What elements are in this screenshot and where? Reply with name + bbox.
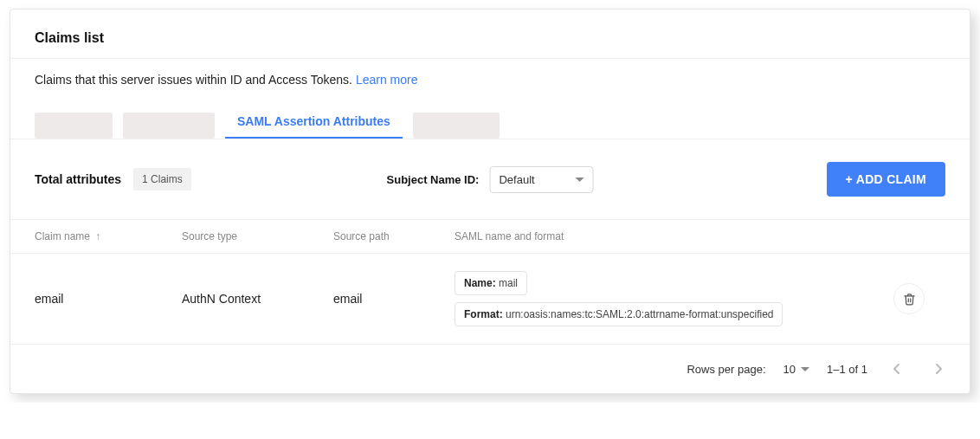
rows-per-page-value: 10 (783, 363, 796, 376)
tab-saml-attributes[interactable]: SAML Assertion Attributes (225, 107, 403, 139)
tabs: SAML Assertion Attributes (10, 107, 970, 139)
cell-actions (893, 283, 945, 314)
subject-name-group: Subject Name ID: Default (387, 166, 594, 193)
col-source-type[interactable]: Source type (182, 230, 333, 242)
saml-format-val: urn:oasis:names:tc:SAML:2.0:attrname-for… (503, 308, 774, 320)
learn-more-link[interactable]: Learn more (356, 73, 418, 87)
chevron-down-icon (801, 367, 809, 371)
attribute-bar: Total attributes 1 Claims Subject Name I… (10, 139, 970, 219)
tab-placeholder[interactable] (35, 113, 113, 139)
saml-name-val: mail (496, 277, 518, 289)
subject-name-label: Subject Name ID: (387, 173, 480, 186)
cell-source-path: email (333, 292, 455, 306)
count-badge: 1 Claims (133, 168, 191, 190)
rows-per-page-select[interactable]: 10 (783, 363, 809, 376)
col-claim-label: Claim name (35, 230, 90, 242)
saml-format-key: Format: (464, 308, 503, 320)
tab-placeholder[interactable] (413, 113, 500, 139)
delete-button[interactable] (893, 283, 925, 314)
col-actions (893, 230, 945, 242)
saml-name-chip: Name: mail (455, 271, 527, 295)
page-title: Claims list (35, 30, 945, 46)
prev-page-button[interactable] (885, 357, 909, 381)
subject-name-select[interactable]: Default (489, 166, 593, 193)
saml-name-key: Name: (464, 277, 496, 289)
arrow-up-icon: ↑ (95, 230, 100, 242)
total-attributes-label: Total attributes (35, 172, 121, 186)
col-saml[interactable]: SAML name and format (455, 230, 893, 242)
chevron-left-icon (893, 364, 900, 374)
saml-chips: Name: mail Format: urn:oasis:names:tc:SA… (455, 271, 893, 326)
col-claim-name[interactable]: Claim name ↑ (35, 230, 182, 242)
rows-per-page-label: Rows per page: (687, 363, 765, 376)
page-range: 1–1 of 1 (827, 363, 867, 376)
claims-card: Claims list Claims that this server issu… (10, 9, 970, 394)
card-header: Claims list (10, 10, 970, 58)
next-page-button[interactable] (926, 357, 951, 381)
tab-placeholder[interactable] (123, 113, 215, 139)
saml-format-chip: Format: urn:oasis:names:tc:SAML:2.0:attr… (455, 302, 783, 326)
table-row: email AuthN Context email Name: mail For… (10, 254, 970, 345)
description-row: Claims that this server issues within ID… (10, 59, 970, 107)
description-text: Claims that this server issues within ID… (35, 73, 356, 87)
cell-saml: Name: mail Format: urn:oasis:names:tc:SA… (455, 271, 893, 326)
cell-source-type: AuthN Context (182, 292, 333, 306)
pagination: Rows per page: 10 1–1 of 1 (10, 345, 970, 393)
col-source-path[interactable]: Source path (333, 230, 455, 242)
subject-name-value: Default (499, 173, 534, 186)
add-claim-button[interactable]: + ADD CLAIM (827, 162, 945, 197)
table-header: Claim name ↑ Source type Source path SAM… (10, 219, 970, 254)
cell-claim: email (35, 292, 182, 306)
trash-icon (903, 293, 916, 306)
chevron-down-icon (575, 178, 583, 182)
chevron-right-icon (935, 364, 942, 374)
